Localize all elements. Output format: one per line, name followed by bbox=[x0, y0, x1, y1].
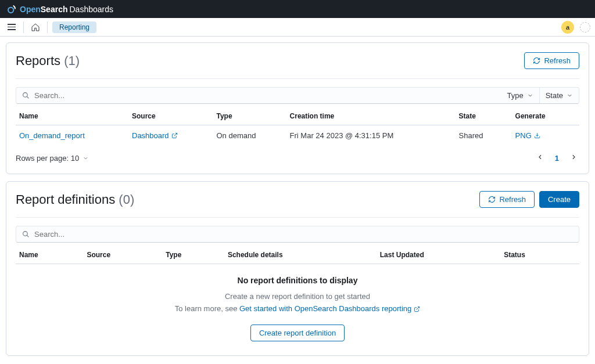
col-source[interactable]: Source bbox=[83, 246, 162, 264]
external-link-icon bbox=[171, 132, 178, 139]
brand-logo[interactable]: OpenSearchDashboards bbox=[7, 5, 113, 14]
svg-line-2 bbox=[27, 96, 28, 98]
divider bbox=[47, 21, 48, 33]
generate-link[interactable]: PNG bbox=[515, 131, 540, 140]
next-page-button[interactable] bbox=[568, 152, 579, 164]
col-schedule[interactable]: Schedule details bbox=[224, 246, 377, 264]
divider bbox=[23, 21, 24, 33]
definitions-search-box[interactable] bbox=[16, 226, 579, 243]
rows-per-page-dropdown[interactable]: Rows per page: 10 bbox=[16, 154, 89, 163]
refresh-icon bbox=[488, 196, 496, 203]
home-icon bbox=[31, 23, 40, 32]
definitions-panel: Report definitions (0) Refresh Create bbox=[6, 181, 589, 356]
report-source-link[interactable]: Dashboard bbox=[132, 131, 178, 140]
header-nav: Reporting a bbox=[0, 18, 595, 37]
chevron-down-icon bbox=[527, 92, 533, 99]
reports-table: Name Source Type Creation time State Gen… bbox=[16, 107, 579, 146]
empty-state: No report definitions to display Create … bbox=[16, 264, 579, 346]
filter-state-dropdown[interactable]: State bbox=[540, 87, 579, 104]
empty-create-button[interactable]: Create report definition bbox=[250, 325, 345, 341]
brand-text: OpenSearchDashboards bbox=[20, 5, 113, 14]
table-row[interactable]: On_demand_report Dashboard On demand Fri… bbox=[16, 125, 579, 146]
reports-refresh-button[interactable]: Refresh bbox=[524, 52, 579, 69]
filter-type-dropdown[interactable]: Type bbox=[501, 87, 539, 104]
svg-line-4 bbox=[27, 235, 28, 237]
avatar[interactable]: a bbox=[561, 21, 574, 34]
col-name[interactable]: Name bbox=[16, 107, 128, 125]
reports-title: Reports (1) bbox=[16, 53, 80, 69]
reports-panel: Reports (1) Refresh Type bbox=[6, 42, 589, 174]
pagination: 1 bbox=[535, 152, 579, 164]
col-status[interactable]: Status bbox=[500, 246, 579, 264]
col-generate[interactable]: Generate bbox=[512, 107, 579, 125]
search-icon bbox=[22, 92, 30, 99]
svg-point-0 bbox=[8, 7, 13, 12]
chevron-down-icon bbox=[567, 92, 573, 99]
menu-toggle-button[interactable] bbox=[5, 20, 19, 34]
col-type[interactable]: Type bbox=[213, 107, 286, 125]
help-icon[interactable] bbox=[580, 22, 590, 33]
hamburger-icon bbox=[8, 24, 16, 30]
col-type[interactable]: Type bbox=[162, 246, 224, 264]
download-icon bbox=[534, 132, 540, 139]
report-name-link[interactable]: On_demand_report bbox=[19, 131, 85, 140]
svg-point-1 bbox=[23, 93, 28, 98]
col-name[interactable]: Name bbox=[16, 246, 83, 264]
create-definition-button[interactable]: Create bbox=[539, 191, 579, 208]
reports-search-box[interactable] bbox=[16, 87, 501, 104]
col-updated[interactable]: Last Updated bbox=[377, 246, 500, 264]
svg-point-3 bbox=[23, 232, 28, 236]
page-content: Reports (1) Refresh Type bbox=[0, 37, 595, 364]
definitions-refresh-button[interactable]: Refresh bbox=[479, 191, 535, 208]
empty-title: No report definitions to display bbox=[16, 276, 579, 285]
chevron-down-icon bbox=[83, 155, 89, 161]
top-brand-bar: OpenSearchDashboards bbox=[0, 0, 595, 18]
opensearch-logo-icon bbox=[7, 5, 16, 14]
col-state[interactable]: State bbox=[456, 107, 512, 125]
chevron-left-icon bbox=[536, 153, 544, 161]
definitions-table: Name Source Type Schedule details Last U… bbox=[16, 246, 579, 264]
external-link-icon bbox=[414, 306, 420, 312]
refresh-icon bbox=[533, 57, 540, 64]
breadcrumb[interactable]: Reporting bbox=[52, 21, 96, 33]
definitions-search-input[interactable] bbox=[34, 230, 573, 239]
reports-search-input[interactable] bbox=[34, 91, 495, 100]
docs-link[interactable]: Get started with OpenSearch Dashboards r… bbox=[239, 303, 420, 315]
col-source[interactable]: Source bbox=[128, 107, 213, 125]
cell-state: Shared bbox=[456, 125, 512, 146]
prev-page-button[interactable] bbox=[535, 152, 546, 164]
definitions-title: Report definitions (0) bbox=[16, 192, 134, 207]
empty-subtext: Create a new report definition to get st… bbox=[16, 291, 579, 315]
col-creation[interactable]: Creation time bbox=[286, 107, 456, 125]
search-icon bbox=[22, 230, 30, 238]
home-button[interactable] bbox=[28, 20, 42, 34]
cell-creation: Fri Mar 24 2023 @ 4:31:15 PM bbox=[286, 125, 456, 146]
chevron-right-icon bbox=[570, 153, 578, 161]
cell-type: On demand bbox=[213, 125, 286, 146]
page-number[interactable]: 1 bbox=[551, 152, 562, 164]
